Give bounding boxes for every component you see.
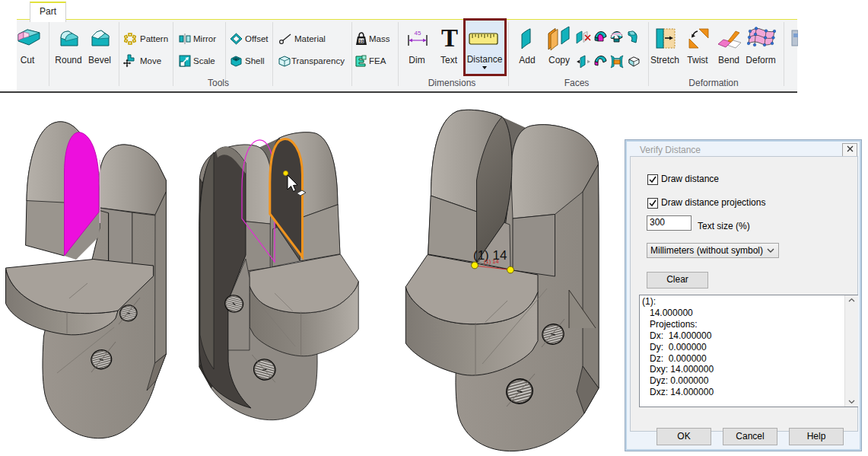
svg-text:(1) 14: (1) 14 bbox=[484, 258, 499, 265]
